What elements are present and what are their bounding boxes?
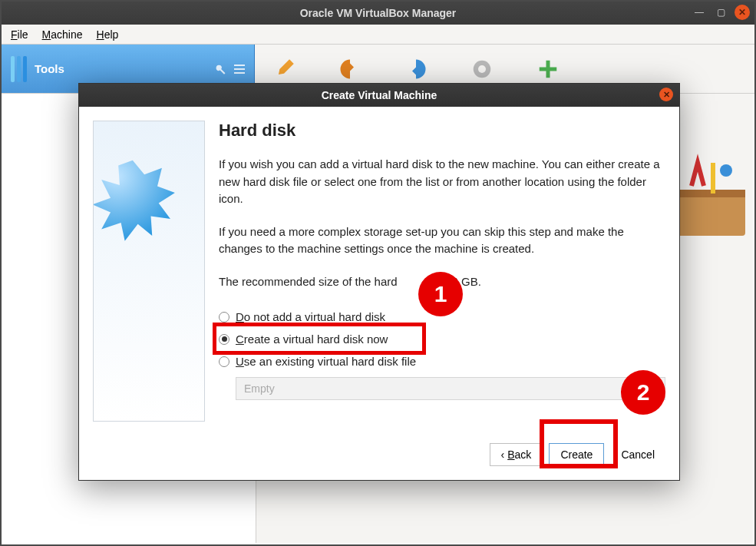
dialog-titlebar: Create Virtual Machine ✕ — [79, 84, 679, 107]
export-icon[interactable] — [402, 55, 430, 83]
dialog-content: Hard disk If you wish you can add a virt… — [219, 121, 665, 422]
minimize-button[interactable]: — — [692, 5, 707, 20]
dialog-title: Create Virtual Machine — [322, 89, 437, 101]
window-controls: — ▢ ✕ — [692, 5, 750, 20]
tools-right-icons — [213, 62, 245, 76]
create-button[interactable]: Create — [549, 443, 604, 466]
menu-help[interactable]: Help — [97, 28, 119, 41]
radio-label-none: Do not add a virtual hard disk — [236, 310, 385, 323]
create-button-label: Create — [560, 448, 593, 461]
svg-point-5 — [720, 164, 732, 177]
menubar: File Machine Help — [2, 25, 754, 45]
tools-label: Tools — [35, 62, 64, 75]
dialog-paragraph-1: If you wish you can add a virtual hard d… — [219, 156, 665, 208]
dialog-paragraph-2: If you need a more complex storage set-u… — [219, 223, 665, 258]
radio-icon — [219, 334, 229, 345]
toolbox-illustration — [669, 147, 753, 247]
back-button[interactable]: ‹ Back — [490, 443, 543, 466]
tools-icon — [11, 56, 27, 82]
main-window-titlebar: Oracle VM VirtualBox Manager — ▢ ✕ — [2, 2, 754, 25]
existing-disk-value: Empty — [244, 382, 275, 395]
list-icon — [234, 65, 245, 74]
existing-disk-combobox[interactable]: Empty — [236, 377, 665, 400]
main-window-title: Oracle VM VirtualBox Manager — [300, 7, 457, 19]
dialog-body: Hard disk If you wish you can add a virt… — [79, 107, 679, 435]
menu-file[interactable]: File — [11, 28, 28, 41]
hard-disk-radio-group: Do not add a virtual hard disk Create a … — [219, 306, 665, 400]
dialog-close-button[interactable]: ✕ — [659, 88, 673, 101]
close-button[interactable]: ✕ — [735, 5, 750, 20]
settings-icon[interactable] — [270, 55, 298, 83]
dialog-footer: ‹ Back Create Cancel — [79, 435, 679, 480]
radio-label-existing: Use an existing virtual hard disk file — [236, 355, 416, 368]
import-icon[interactable] — [336, 55, 364, 83]
chevron-left-icon: ‹ — [501, 448, 505, 461]
radio-label-create: Create a virtual hard disk now — [236, 333, 388, 346]
dialog-heading: Hard disk — [219, 121, 665, 141]
wrench-icon — [213, 62, 226, 76]
cancel-button[interactable]: Cancel — [610, 443, 665, 466]
new-gear-icon[interactable] — [468, 55, 496, 83]
svg-rect-4 — [711, 163, 715, 194]
radio-icon — [219, 312, 229, 323]
svg-rect-2 — [676, 194, 745, 236]
menu-machine[interactable]: Machine — [42, 28, 83, 41]
add-icon[interactable] — [534, 55, 562, 83]
radio-option-none[interactable]: Do not add a virtual hard disk — [219, 306, 665, 328]
radio-icon — [219, 356, 229, 367]
maximize-button[interactable]: ▢ — [713, 5, 728, 20]
svg-point-1 — [478, 65, 486, 73]
create-vm-dialog: Create Virtual Machine ✕ Hard disk — [78, 83, 680, 481]
cancel-button-label: Cancel — [621, 448, 655, 461]
dialog-paragraph-3: The recommended size of the hard disk is… — [219, 273, 665, 291]
radio-option-existing[interactable]: Use an existing virtual hard disk file — [219, 350, 665, 372]
radio-option-create[interactable]: Create a virtual hard disk now — [219, 328, 665, 350]
dialog-illustration — [93, 121, 205, 422]
